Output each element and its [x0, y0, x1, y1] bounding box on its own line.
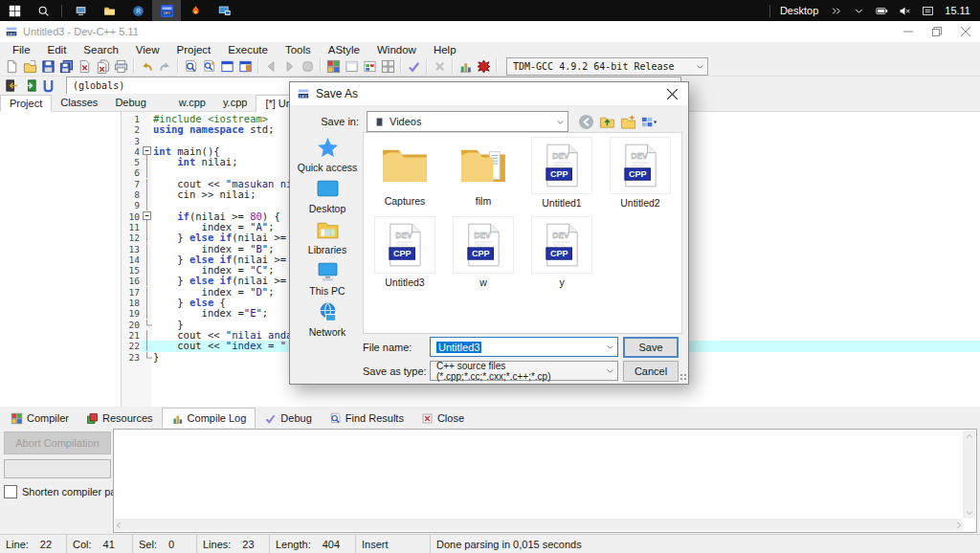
menu-project[interactable]: Project: [168, 44, 220, 55]
jump-forward-icon[interactable]: [21, 77, 39, 94]
taskbar-taskbar-pc-icon[interactable]: [66, 0, 95, 21]
new-project-icon[interactable]: [324, 57, 343, 75]
report-tab-debug[interactable]: Debug: [256, 409, 320, 428]
delete-profiling-icon[interactable]: [475, 57, 493, 75]
menu-view[interactable]: View: [127, 44, 168, 55]
stop-icon[interactable]: [431, 57, 449, 75]
nav-back-icon[interactable]: [578, 114, 594, 130]
menu-edit[interactable]: Edit: [39, 44, 76, 55]
menu-window[interactable]: Window: [368, 44, 425, 55]
compile-log-output[interactable]: [113, 429, 977, 533]
file-item-w[interactable]: DEVCPPw: [444, 216, 523, 288]
file-item-captures[interactable]: Captures: [366, 137, 444, 209]
open-file-icon[interactable]: [21, 57, 39, 75]
scroll-down-icon[interactable]: [966, 507, 973, 519]
place-libraries[interactable]: Libraries: [295, 218, 360, 259]
scroll-left-icon[interactable]: [115, 520, 122, 531]
taskbar-r-app-icon[interactable]: R: [123, 0, 152, 21]
resize-grip[interactable]: [679, 374, 686, 382]
panel-tab-debug[interactable]: Debug: [106, 95, 154, 111]
file-item-untitled3[interactable]: DEVCPPUntitled3: [366, 216, 444, 288]
project-options-icon[interactable]: [379, 57, 397, 75]
goto-definition-icon[interactable]: [39, 77, 57, 94]
horizontal-scrollbar[interactable]: [115, 519, 963, 531]
menu-astyle[interactable]: AStyle: [320, 44, 368, 55]
close-all-icon[interactable]: [94, 57, 112, 75]
battery-icon[interactable]: [870, 0, 893, 21]
shorten-paths-checkbox[interactable]: [4, 485, 17, 498]
vertical-scrollbar[interactable]: [963, 431, 975, 519]
taskbar-devcpp-icon[interactable]: DEV: [152, 0, 181, 21]
place-quick-access[interactable]: Quick access: [295, 136, 360, 177]
report-tab-compile-log[interactable]: Compile Log: [162, 408, 256, 428]
save-as-type-select[interactable]: C++ source files (*.cpp;*.cc;*.cxx;*.c++…: [430, 361, 618, 381]
new-file-icon[interactable]: [3, 57, 21, 75]
file-item-y[interactable]: DEVCPPy: [523, 216, 601, 288]
save-button[interactable]: Save: [623, 337, 679, 358]
menu-file[interactable]: File: [4, 44, 39, 55]
back-icon[interactable]: [262, 57, 280, 75]
remove-file-icon[interactable]: [343, 57, 361, 75]
close-button[interactable]: [951, 21, 980, 42]
menu-execute[interactable]: Execute: [219, 44, 277, 55]
save-icon[interactable]: [39, 57, 57, 75]
menu-search[interactable]: Search: [75, 44, 126, 55]
check-syntax-icon[interactable]: [405, 57, 423, 75]
redo-icon[interactable]: [156, 57, 174, 75]
views-icon[interactable]: [641, 114, 657, 130]
editor-tab-w-cpp[interactable]: w.cpp: [170, 95, 214, 111]
file-item-untitled2[interactable]: DEVCPPUntitled2: [601, 137, 679, 209]
cancel-button[interactable]: Cancel: [623, 361, 679, 382]
chevron-down-white-icon[interactable]: [847, 0, 870, 21]
taskbar-search-icon[interactable]: [29, 0, 57, 21]
file-name-input[interactable]: Untitled3: [430, 337, 618, 357]
up-folder-icon[interactable]: [599, 114, 615, 130]
taskbar-file-explorer-icon[interactable]: [95, 0, 123, 21]
fold-box-icon[interactable]: [142, 211, 153, 222]
taskbar-flame-app-icon[interactable]: [181, 0, 210, 21]
volume-muted-icon[interactable]: [893, 0, 916, 21]
file-item-film[interactable]: film: [444, 137, 523, 209]
maximize-button[interactable]: [923, 21, 951, 42]
menu-tools[interactable]: Tools: [277, 44, 320, 55]
panel-tab-classes[interactable]: Classes: [52, 95, 106, 111]
place-this-pc[interactable]: This PC: [295, 259, 360, 300]
report-tab-resources[interactable]: Resources: [78, 409, 162, 428]
place-desktop[interactable]: Desktop: [295, 177, 360, 218]
undo-icon[interactable]: [138, 57, 156, 75]
minimize-button[interactable]: [894, 21, 923, 42]
replace-icon[interactable]: [200, 57, 218, 75]
dialog-close-icon[interactable]: [656, 82, 688, 105]
goto-line-icon[interactable]: [299, 57, 317, 75]
file-item-untitled1[interactable]: DEVCPPUntitled1: [523, 137, 601, 209]
window-icon[interactable]: [218, 57, 236, 75]
forward-icon[interactable]: [280, 57, 299, 75]
action-center-icon[interactable]: [916, 0, 939, 21]
scroll-up-icon[interactable]: [966, 431, 973, 442]
compiler-select[interactable]: TDM-GCC 4.9.2 64-bit Release: [506, 57, 708, 76]
report-tab-close[interactable]: Close: [412, 409, 473, 428]
save-in-select[interactable]: rect x="3" y="1.5" width="10" height="13…: [367, 111, 568, 132]
save-all-icon[interactable]: [57, 57, 76, 75]
split-window-icon[interactable]: [236, 57, 255, 75]
desktop-toolbar-label[interactable]: Desktop: [776, 5, 822, 16]
find-icon[interactable]: [182, 57, 200, 75]
menu-help[interactable]: Help: [425, 44, 465, 55]
taskbar-remote-desktop-icon[interactable]: [210, 0, 238, 21]
project-properties-icon[interactable]: [361, 57, 379, 75]
jump-back-icon[interactable]: [3, 77, 21, 94]
scroll-right-icon[interactable]: [955, 520, 963, 531]
panel-tab-project[interactable]: Project: [0, 95, 52, 112]
profile-icon[interactable]: [457, 57, 475, 75]
report-tab-compiler[interactable]: Compiler: [2, 409, 78, 428]
place-network[interactable]: Network: [295, 300, 360, 342]
taskbar-start-icon[interactable]: [0, 0, 29, 21]
abort-compilation-button[interactable]: Abort Compilation: [4, 431, 111, 454]
close-file-icon[interactable]: [76, 57, 94, 75]
overflow-chevrons-icon[interactable]: [824, 0, 847, 21]
report-tab-find-results[interactable]: Find Results: [321, 409, 412, 428]
new-folder-icon[interactable]: [620, 114, 636, 130]
print-icon[interactable]: [112, 57, 130, 75]
project-panel[interactable]: [0, 112, 122, 407]
fold-box-icon[interactable]: [142, 146, 153, 157]
